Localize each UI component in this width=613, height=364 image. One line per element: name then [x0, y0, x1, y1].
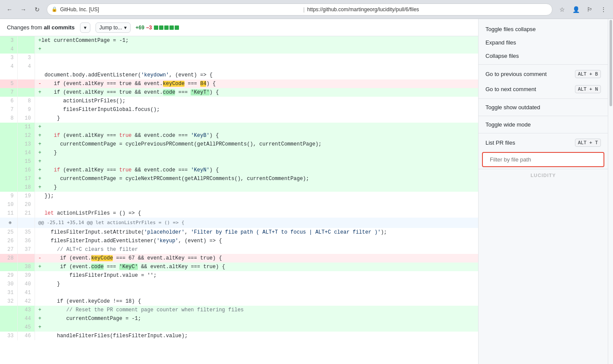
table-row: 11 + — [0, 123, 478, 131]
line-num-new: 42 — [17, 297, 35, 306]
more-button[interactable]: ⋮ — [597, 3, 610, 16]
stat-squares — [154, 25, 179, 30]
table-row: 4 4 — [0, 62, 478, 71]
next-comment-kbd: ALT + N — [575, 85, 601, 93]
line-num-old — [0, 123, 17, 131]
flag-button[interactable]: 🏳 — [584, 3, 596, 16]
bookmark-button[interactable]: ☆ — [556, 3, 568, 16]
scrollbar-thumb[interactable] — [610, 20, 612, 106]
expand-hunk-icon[interactable]: ⊕ — [7, 219, 14, 226]
line-num-old: 3 — [0, 54, 17, 62]
line-code: + — [35, 323, 478, 332]
prev-comment-item[interactable]: Go to previous comment ALT + B — [479, 66, 608, 82]
table-row: 9 19 }); — [0, 192, 478, 200]
table-row: 31 41 — [0, 288, 478, 297]
line-num-old: 28 — [0, 254, 17, 263]
list-pr-item[interactable]: List PR files ALT + T — [479, 135, 608, 150]
line-num-old — [0, 71, 17, 79]
line-code — [35, 54, 478, 62]
forward-button[interactable]: → — [17, 3, 29, 16]
table-row: 10 20 — [0, 200, 478, 209]
line-num-new: 8 — [17, 97, 35, 105]
table-row: 15 + — [0, 157, 478, 166]
stat-sq-1 — [154, 25, 158, 30]
line-code: + // Reset the PR comment page counter w… — [35, 306, 478, 314]
line-num-new: 13 — [17, 140, 35, 149]
line-num-old: 27 — [0, 245, 17, 254]
toggle-wide-item[interactable]: Toggle wide mode — [479, 118, 608, 131]
address-bar[interactable]: 🔒 GitHub, Inc. [US] | https://github.com… — [47, 3, 552, 16]
jump-to-button[interactable]: Jump to... ▾ — [96, 22, 131, 33]
table-row: 27 37 // ALT+C clears the filter — [0, 245, 478, 254]
expand-files-item[interactable]: Expand files — [479, 36, 608, 49]
line-code: + — [35, 123, 478, 131]
line-code: } — [35, 114, 478, 123]
table-row: 16 + if (event.altKey === true && event.… — [0, 166, 478, 174]
stat-sq-5 — [175, 25, 179, 30]
line-code: + if (event.altKey === true && event.cod… — [35, 88, 478, 97]
table-row: 7 9 filesFilterInputGlobal.focus(); — [0, 105, 478, 114]
line-code: + if (event.altKey === true && event.cod… — [35, 166, 478, 174]
line-num-old: 26 — [0, 237, 17, 245]
line-num-new: 14 — [17, 149, 35, 157]
diff-toolbar: Changes from all commits ▾ Jump to... ▾ … — [0, 19, 478, 36]
table-row: 28 - if (event.keyCode === 67 && event.a… — [0, 254, 478, 263]
table-row: 3 +let currentCommentPage = -1; — [0, 36, 478, 45]
reload-button[interactable]: ↻ — [31, 3, 43, 16]
scrollbar[interactable] — [608, 19, 613, 364]
line-num-new: 12 — [17, 131, 35, 140]
line-code: handleFilterFiles(filesFilterInput.value… — [35, 332, 478, 340]
toggle-files-collapse-item[interactable]: Toggle files collapse — [479, 22, 608, 36]
toggle-outdated-item[interactable]: Toggle show outdated — [479, 101, 608, 114]
line-code: if (event.keyCode !== 18) { — [35, 297, 478, 306]
line-code: filesFilterInput.setAttribute('placehold… — [35, 228, 478, 237]
commits-dropdown[interactable]: ▾ — [80, 22, 90, 33]
table-row: 14 + } — [0, 149, 478, 157]
changes-label: Changes from all commits — [7, 24, 75, 31]
line-num-old — [0, 131, 17, 140]
next-comment-item[interactable]: Go to next comment ALT + N — [479, 82, 608, 97]
line-num-new: 11 — [17, 123, 35, 131]
line-code: filesFilterInputGlobal.focus(); — [35, 105, 478, 114]
lucidity-label: LUCIDITY — [479, 169, 608, 181]
browser-actions: ☆ 👤 🏳 ⋮ — [556, 3, 610, 16]
table-row: 8 10 } — [0, 114, 478, 123]
collapse-files-item[interactable]: Collapse files — [479, 49, 608, 63]
code-area[interactable]: Changes from all commits ▾ Jump to... ▾ … — [0, 19, 478, 364]
filter-input-container[interactable] — [482, 152, 604, 167]
table-row: 4 + — [0, 45, 478, 54]
table-row: 38 + if (event.code === 'KeyC' && event.… — [0, 263, 478, 271]
line-code: + if (event.altKey === true && event.cod… — [35, 131, 478, 140]
line-num-new: 20 — [17, 200, 35, 209]
line-code: } — [35, 280, 478, 288]
table-row: 13 + currentCommentPage = cyclePreviousP… — [0, 140, 478, 149]
line-num-old: 10 — [0, 200, 17, 209]
line-num-old: 7 — [0, 88, 17, 97]
line-num-new: 17 — [17, 174, 35, 183]
line-num-old — [0, 183, 17, 192]
line-num-new: 44 — [17, 314, 35, 323]
hunk-header: @@ -25,11 +35,14 @@ let actionListPrFile… — [35, 218, 478, 228]
filter-input[interactable] — [490, 156, 597, 163]
line-num-old: 25 — [0, 228, 17, 237]
line-code: +let currentCommentPage = -1; — [35, 36, 478, 45]
table-row: 45 + — [0, 323, 478, 332]
table-row: 29 39 filesFilterInput.value = ''; — [0, 271, 478, 280]
url-separator: | — [303, 6, 304, 13]
line-num-old: 11 — [0, 209, 17, 218]
line-code: + if (event.code === 'KeyC' && event.alt… — [35, 263, 478, 271]
table-row: 6 8 actionListPrFiles(); — [0, 97, 478, 105]
line-num-new — [17, 254, 35, 263]
line-num-old: 30 — [0, 280, 17, 288]
table-row-hunk: ⊕ @@ -25,11 +35,14 @@ let actionListPrFi… — [0, 218, 478, 228]
line-code: + currentCommentPage = cyclePreviousPRCo… — [35, 140, 478, 149]
line-num-new: 38 — [17, 263, 35, 271]
line-code: }); — [35, 192, 478, 200]
profile-button[interactable]: 👤 — [570, 3, 582, 16]
table-row: 44 + currentCommentPage = -1; — [0, 314, 478, 323]
back-button[interactable]: ← — [3, 3, 16, 16]
panel-menu: Toggle files collapse Expand files Colla… — [479, 19, 608, 185]
table-row: 11 21 let actionListPrFiles = () => { — [0, 209, 478, 218]
line-num-old: 5 — [0, 79, 17, 88]
line-code: filesFilterInput.addEventListener('keyup… — [35, 237, 478, 245]
